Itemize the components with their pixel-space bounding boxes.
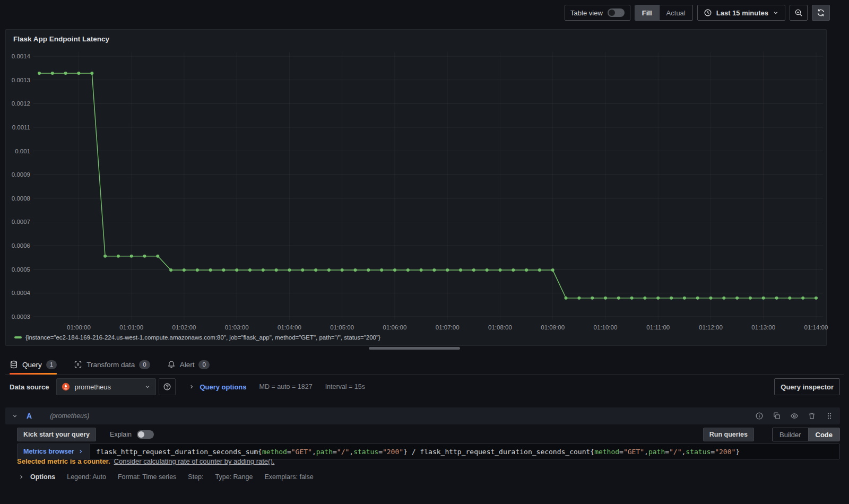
table-view-group: Table view <box>565 5 630 21</box>
tab-count-badge: 1 <box>46 360 57 369</box>
x-axis-tick: 01:14:00 <box>804 324 828 331</box>
query-collapse-button[interactable] <box>12 413 18 419</box>
interval-text: Interval = 15s <box>325 383 365 390</box>
trash-button[interactable] <box>808 412 816 420</box>
y-axis-tick: 0.0004 <box>12 290 31 296</box>
transform-icon <box>74 360 82 369</box>
table-view-label: Table view <box>570 9 603 17</box>
time-range-picker[interactable]: Last 15 minutes <box>697 5 785 21</box>
query-options-collapse[interactable]: Query options <box>188 383 246 391</box>
explain-label: Explain <box>110 431 132 438</box>
x-axis-tick: 01:09:00 <box>541 324 565 331</box>
refresh-button[interactable] <box>812 5 830 21</box>
x-axis-tick: 01:03:00 <box>225 324 249 331</box>
x-axis-tick: 01:08:00 <box>488 324 512 331</box>
copy-button[interactable] <box>773 412 781 420</box>
query-expression: flask_http_request_duration_seconds_sum{… <box>96 448 740 456</box>
info-circle-button[interactable] <box>755 412 764 420</box>
zoom-out-button[interactable] <box>790 5 808 21</box>
time-range-label: Last 15 minutes <box>716 9 768 17</box>
run-queries-button[interactable]: Run queries <box>703 428 754 441</box>
x-axis-tick: 01:12:00 <box>699 324 723 331</box>
y-axis-tick: 0.0005 <box>12 266 30 273</box>
chevron-right-icon <box>77 448 84 455</box>
datasource-help-button[interactable] <box>159 378 176 395</box>
tab-alert[interactable]: Alert0 <box>167 355 210 374</box>
tab-count-badge: 0 <box>139 360 150 369</box>
query-options-label: Query options <box>200 383 246 391</box>
timeseries-chart[interactable]: 0.00140.00130.00120.00110.0010.00090.000… <box>6 46 827 332</box>
query-ref-id: A <box>27 412 32 420</box>
chevron-right-icon <box>18 474 24 480</box>
database-icon <box>10 360 18 369</box>
toggle-knob <box>138 431 144 438</box>
grip-button[interactable] <box>825 412 834 420</box>
table-view-toggle[interactable] <box>608 8 625 17</box>
kick-start-query-button[interactable]: Kick start your query <box>17 428 96 441</box>
y-axis-tick: 0.0013 <box>12 77 30 83</box>
series-line <box>39 73 816 298</box>
x-axis-tick: 01:04:00 <box>278 324 301 331</box>
question-circle-icon <box>163 383 171 391</box>
panel-title: Flask App Endpoint Latency <box>6 30 826 43</box>
tab-label: Alert <box>180 361 195 369</box>
chevron-down-icon <box>773 10 779 16</box>
explain-toggle[interactable] <box>137 430 154 439</box>
datasource-row: Data source prometheus Query options MD … <box>5 378 840 396</box>
top-toolbar: Table view Fill Actual Last 15 minutes <box>565 4 830 21</box>
options-summary-item: Format: Time series <box>118 473 176 481</box>
warning-hint-link[interactable]: Consider calculating rate of counter by … <box>114 457 275 465</box>
legend-swatch <box>14 336 22 338</box>
tab-count-badge: 0 <box>198 360 209 369</box>
x-axis-tick: 01:01:00 <box>119 324 143 331</box>
y-axis-tick: 0.0009 <box>12 171 30 178</box>
warning-text: Selected metric is a counter. <box>17 457 110 465</box>
bell-icon <box>167 360 176 369</box>
options-summary-item: Type: Range <box>215 473 253 481</box>
y-axis-tick: 0.0003 <box>12 314 30 320</box>
scrollbar-thumb[interactable] <box>369 347 460 350</box>
options-collapse[interactable]: Options <box>18 473 55 481</box>
x-axis-tick: 01:13:00 <box>751 324 775 331</box>
x-axis-tick: 01:10:00 <box>594 324 618 331</box>
prometheus-icon <box>62 383 70 391</box>
chevron-down-icon <box>144 384 151 390</box>
tab-query[interactable]: Query1 <box>10 355 57 374</box>
y-axis-tick: 0.0007 <box>12 219 30 225</box>
search-minus-icon <box>794 8 803 17</box>
query-toolbar: Kick start your query Explain Run querie… <box>17 428 840 441</box>
query-header-actions <box>755 412 834 420</box>
options-summary-item: Legend: Auto <box>67 473 106 481</box>
query-options-summary: Options Legend: AutoFormat: Time seriesS… <box>18 471 314 483</box>
clock-icon <box>704 8 712 17</box>
x-axis-tick: 01:00:00 <box>67 324 91 331</box>
y-axis-tick: 0.0006 <box>12 242 30 249</box>
editor-tabs: Query1Transform data0Alert0 <box>5 355 844 375</box>
legend-item[interactable]: {instance="ec2-184-169-216-224.us-west-1… <box>14 334 380 341</box>
x-axis-tick: 01:02:00 <box>172 324 196 331</box>
eye-button[interactable] <box>790 412 799 420</box>
chart-grid: 0.00140.00130.00120.00110.0010.00090.000… <box>12 52 828 331</box>
code-button[interactable]: Code <box>808 428 840 441</box>
series-points <box>38 72 818 300</box>
y-axis-tick: 0.0012 <box>12 100 30 107</box>
query-datasource-hint: (prometheus) <box>50 412 89 420</box>
tab-label: Query <box>22 361 42 369</box>
max-datapoints-text: MD = auto = 1827 <box>259 383 313 390</box>
eye-icon <box>790 412 799 420</box>
x-axis-tick: 01:07:00 <box>436 324 460 331</box>
fill-button[interactable]: Fill <box>635 5 659 20</box>
datasource-picker[interactable]: prometheus <box>56 378 156 395</box>
actual-button[interactable]: Actual <box>659 5 692 20</box>
refresh-icon <box>817 8 825 17</box>
chevron-down-icon <box>12 413 18 419</box>
chevron-right-icon <box>188 384 195 390</box>
datasource-label: Data source <box>10 383 49 391</box>
query-inspector-button[interactable]: Query inspector <box>774 378 840 395</box>
builder-button[interactable]: Builder <box>773 428 808 441</box>
legend-label: {instance="ec2-184-169-216-224.us-west-1… <box>25 334 380 341</box>
datasource-value: prometheus <box>74 383 140 391</box>
x-axis-tick: 01:05:00 <box>330 324 354 331</box>
metrics-browser-label: Metrics browser <box>23 448 74 455</box>
tab-transform-data[interactable]: Transform data0 <box>74 355 150 374</box>
